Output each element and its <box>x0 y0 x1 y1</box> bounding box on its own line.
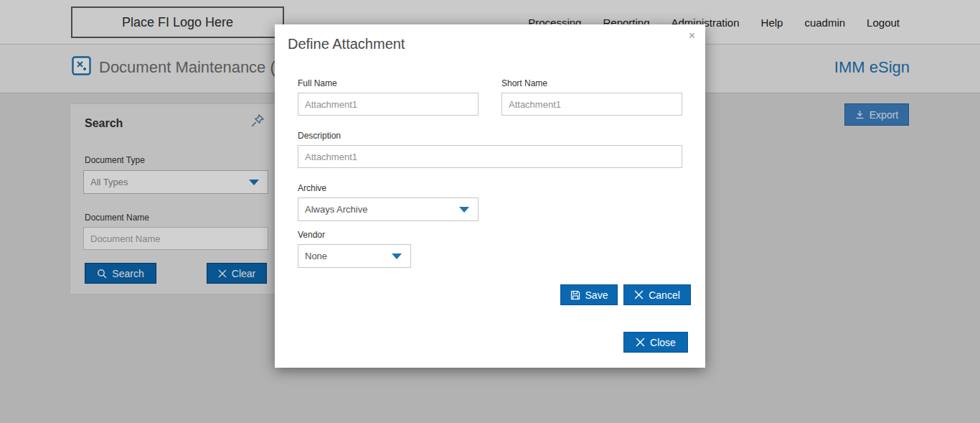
triangle-down-icon <box>459 207 469 213</box>
x-mark-icon <box>636 338 645 347</box>
full-name-input[interactable] <box>298 93 479 116</box>
floppy-disk-icon <box>570 290 580 300</box>
dialog-close-icon[interactable]: × <box>689 30 695 42</box>
vendor-label: Vendor <box>298 230 325 240</box>
define-attachment-dialog: Define Attachment × Full Name Short Name… <box>275 24 705 368</box>
save-button-label: Save <box>585 289 608 301</box>
cancel-button-label: Cancel <box>649 289 680 301</box>
short-name-label: Short Name <box>501 78 547 88</box>
archive-select[interactable]: Always Archive <box>298 197 479 221</box>
description-label: Description <box>298 131 341 141</box>
short-name-input[interactable] <box>501 93 682 116</box>
app-screen: Place FI Logo Here Processing Reporting … <box>0 0 980 423</box>
x-mark-icon <box>634 290 644 299</box>
triangle-down-icon <box>392 254 402 259</box>
archive-label: Archive <box>298 183 326 193</box>
close-button[interactable]: Close <box>623 332 688 353</box>
archive-value: Always Archive <box>305 204 367 215</box>
description-input[interactable] <box>298 145 682 168</box>
vendor-value: None <box>305 251 327 261</box>
cancel-button[interactable]: Cancel <box>623 284 691 305</box>
close-button-label: Close <box>650 337 676 348</box>
full-name-label: Full Name <box>298 78 337 88</box>
save-button[interactable]: Save <box>560 284 618 305</box>
dialog-title: Define Attachment <box>288 36 405 52</box>
vendor-select[interactable]: None <box>298 244 411 268</box>
